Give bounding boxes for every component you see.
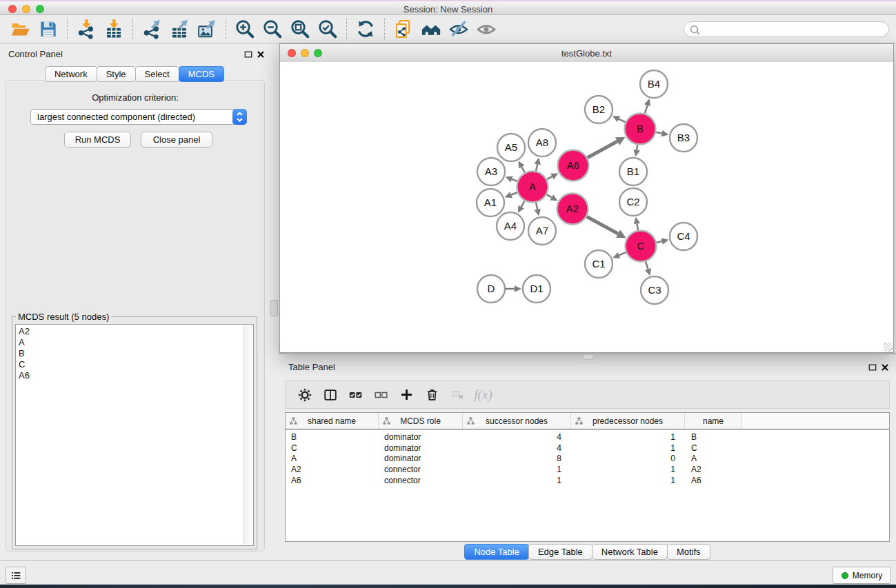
import-network-button[interactable] — [72, 17, 100, 41]
gear-button[interactable] — [292, 384, 317, 406]
table-cell[interactable]: connector — [379, 465, 463, 474]
graph-edge-A-A3[interactable] — [512, 179, 517, 181]
splitter-grip[interactable] — [270, 300, 278, 316]
houses-button[interactable] — [417, 17, 445, 41]
table-close-button[interactable] — [880, 363, 890, 372]
graph-edge-A-A8[interactable] — [536, 164, 537, 171]
close-panel-action-button[interactable]: Close panel — [141, 132, 212, 148]
table-cell[interactable]: B — [286, 432, 379, 442]
table-cell[interactable]: A2 — [685, 465, 742, 474]
table-tab-node-table[interactable]: Node Table — [464, 544, 529, 560]
search-input[interactable] — [702, 23, 884, 37]
table-cell[interactable]: 1 — [463, 476, 571, 485]
table-cell[interactable]: 1 — [571, 476, 685, 485]
graph-edge-A-A2[interactable] — [547, 194, 552, 197]
table-cell[interactable]: dominator — [379, 432, 463, 442]
table-row[interactable]: Cdominator41C — [286, 443, 889, 454]
graph-edge-A-A4[interactable] — [521, 201, 525, 207]
table-cell[interactable]: A — [286, 454, 379, 463]
graph-edge-C-C3[interactable] — [646, 261, 648, 269]
memory-button[interactable]: Memory — [833, 567, 891, 584]
table-row[interactable]: A2connector11A2 — [286, 464, 889, 475]
graph-edge-B-B3[interactable] — [656, 132, 662, 134]
graph-edge-A6-B[interactable] — [588, 141, 617, 158]
table-cell[interactable]: dominator — [379, 454, 463, 463]
save-button[interactable] — [34, 17, 62, 41]
table-cell[interactable]: A2 — [286, 465, 379, 474]
table-cell[interactable]: 0 — [571, 454, 685, 463]
graph-edge-B-B1[interactable] — [637, 145, 637, 150]
zoom-out-button[interactable] — [259, 17, 286, 41]
graph-edge-A2-C[interactable] — [587, 216, 618, 234]
export-network-button[interactable] — [138, 17, 166, 41]
network-graph[interactable]: AA1A2A3A4A5A6A7A8BB1B2B3B4CC1C2C3C4DD1 — [280, 62, 893, 352]
graph-edge-B-B4[interactable] — [645, 105, 648, 114]
mcds-result-item[interactable]: A — [16, 337, 253, 348]
column-header-MCDS-role[interactable]: MCDS role — [379, 413, 463, 429]
table-cell[interactable]: B — [685, 432, 742, 442]
clear-all-button[interactable] — [368, 384, 394, 406]
clone-network-button[interactable] — [390, 17, 417, 41]
table-cell[interactable]: A6 — [685, 476, 742, 485]
show-panels-button[interactable] — [6, 567, 26, 584]
column-header-predecessor-nodes[interactable]: predecessor nodes — [571, 413, 685, 429]
table-row[interactable]: Adominator80A — [286, 453, 889, 464]
table-cell[interactable]: 8 — [463, 454, 571, 463]
table-cell[interactable]: 1 — [571, 432, 685, 442]
eye-button[interactable] — [472, 17, 500, 41]
table-cell[interactable]: 4 — [463, 432, 571, 442]
mcds-result-item[interactable]: A2 — [16, 326, 253, 337]
column-header-name[interactable]: name — [685, 413, 742, 429]
optimization-select[interactable]: largest connected component (directed) — [30, 109, 247, 125]
network-canvas[interactable]: AA1A2A3A4A5A6A7A8BB1B2B3B4CC1C2C3C4DD1 — [280, 62, 893, 352]
window-resize-grip[interactable] — [884, 343, 893, 352]
mcds-result-item[interactable]: B — [16, 348, 253, 359]
mcds-result-item[interactable]: A6 — [16, 370, 253, 381]
graph-edge-C-C4[interactable] — [657, 241, 662, 243]
graph-edge-A-A1[interactable] — [511, 192, 517, 194]
graph-edge-C-C1[interactable] — [619, 252, 626, 255]
column-header-shared-name[interactable]: shared name — [286, 413, 379, 429]
split-columns-button[interactable] — [317, 384, 343, 406]
table-tab-network-table[interactable]: Network Table — [592, 544, 668, 560]
panel-splitter[interactable] — [270, 43, 279, 560]
open-folder-button[interactable] — [7, 17, 34, 41]
trash-button[interactable] — [419, 384, 445, 406]
refresh-button[interactable] — [352, 17, 379, 41]
table-cell[interactable]: 1 — [571, 465, 685, 474]
graph-edge-C-C2[interactable] — [637, 224, 638, 230]
mcds-result-item[interactable]: C — [16, 359, 253, 370]
zoom-fit-button[interactable] — [286, 17, 314, 41]
table-row[interactable]: Bdominator41B — [286, 432, 889, 443]
table-row[interactable]: A6connector11A6 — [286, 475, 889, 486]
graph-edge-A-A6[interactable] — [547, 176, 552, 179]
tab-mcds[interactable]: MCDS — [179, 66, 224, 82]
table-cell[interactable]: dominator — [379, 443, 463, 453]
table-float-button[interactable] — [868, 363, 877, 372]
column-header-successor-nodes[interactable]: successor nodes — [463, 413, 571, 429]
close-panel-button[interactable] — [256, 50, 266, 59]
table-cell[interactable]: C — [286, 443, 379, 453]
tab-style[interactable]: Style — [97, 66, 136, 82]
table-tab-edge-table[interactable]: Edge Table — [528, 544, 593, 560]
table-cell[interactable]: A6 — [286, 476, 379, 485]
zoom-check-button[interactable] — [314, 17, 341, 41]
node-table[interactable]: shared nameMCDS rolesuccessor nodesprede… — [285, 412, 890, 542]
export-image-button[interactable] — [193, 17, 221, 41]
run-mcds-button[interactable]: Run MCDS — [64, 132, 131, 148]
select-all-button[interactable] — [343, 384, 368, 406]
table-tab-motifs[interactable]: Motifs — [667, 544, 710, 560]
float-panel-button[interactable] — [243, 50, 253, 59]
table-cell[interactable]: 1 — [463, 465, 571, 474]
export-table-button[interactable] — [166, 17, 193, 41]
graph-edge-A-A5[interactable] — [521, 167, 524, 172]
table-cell[interactable]: A — [685, 454, 742, 463]
network-window-titlebar[interactable]: testGlobe.txt — [280, 44, 893, 63]
table-cell[interactable]: 1 — [571, 443, 685, 453]
zoom-in-button[interactable] — [231, 17, 259, 41]
graph-edge-B-B2[interactable] — [619, 119, 626, 123]
mcds-result-list[interactable]: A2ABCA6 — [15, 324, 254, 546]
tab-network[interactable]: Network — [45, 66, 97, 82]
eye-slash-button[interactable] — [445, 17, 472, 41]
table-cell[interactable]: C — [685, 443, 742, 453]
